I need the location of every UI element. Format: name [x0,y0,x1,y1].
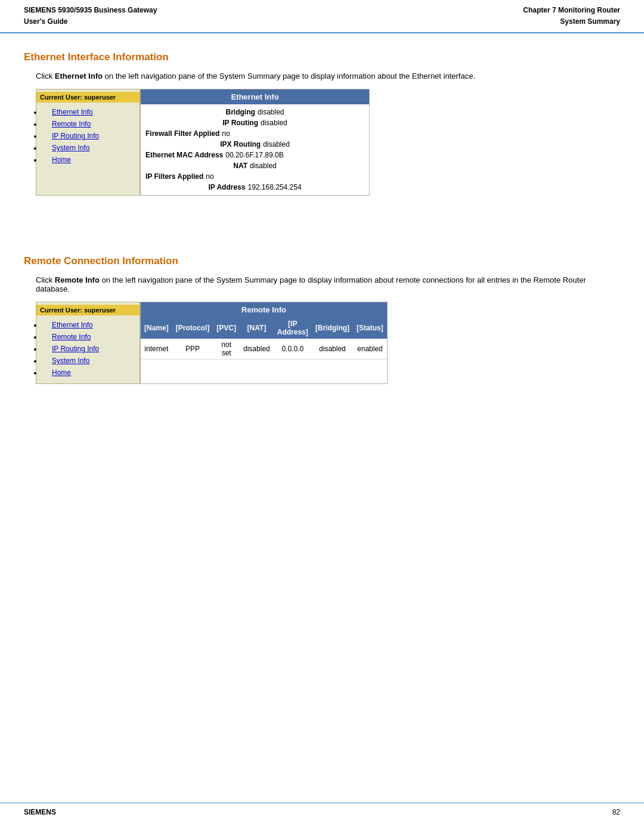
ip-address-value: 192.168.254.254 [247,183,301,191]
ethernet-firewall-row: Firewall Filter Applied no [141,128,369,139]
remote-sidebar: Current User: superuser Ethernet Info Re… [36,302,140,384]
header-left: SIEMENS 5930/5935 Business Gateway User'… [24,5,157,27]
col-name: [Name] [141,317,172,339]
page-footer: SIEMENS 82 [0,803,644,821]
ethernet-mac-row: Ethernet MAC Address 00.20.6F.17.89.0B [141,150,369,160]
col-nat: [NAT] [240,317,274,339]
ip-filters-label: IP Filters Applied [145,172,203,181]
col-protocol: [Protocol] [172,317,213,339]
section-gap [24,219,620,255]
footer-page-number: 82 [612,808,620,816]
home-link[interactable]: Home [52,156,71,164]
row-ip: 0.0.0.0 [274,339,312,360]
remote-table-header-row: [Name] [Protocol] [PVC] [NAT] [IP Addres… [141,317,387,339]
table-row: internet PPP not set disabled 0.0.0.0 di… [141,339,387,360]
nat-value: disabled [250,162,277,170]
header-product: SIEMENS 5930/5935 Business Gateway [24,5,157,16]
remote-section-title: Remote Connection Information [24,255,620,267]
remote-desc-bold: Remote Info [55,275,100,284]
ethernet-ip-routing-row: IP Routing disabled [141,117,369,128]
ip-address-label: IP Address [208,183,245,191]
ethernet-section-title: Ethernet Interface Information [24,51,620,63]
header-chapter: Chapter 7 Monitoring Router [523,5,620,16]
nat-label: NAT [233,162,247,170]
row-protocol: PPP [172,339,213,360]
main-content: Ethernet Interface Information Click Eth… [0,33,644,426]
row-pvc: not set [213,339,240,360]
remote-section-desc: Click Remote Info on the left navigation… [36,275,620,293]
ethernet-desc-bold: Ethernet Info [55,72,103,80]
ethernet-sidebar-header: Current User: superuser [36,92,140,103]
col-status: [Status] [353,317,387,339]
row-status: enabled [353,339,387,360]
remote-desc-before: Click [36,275,55,284]
ethernet-desc-before: Click [36,72,55,80]
header-guide: User's Guide [24,16,157,27]
ethernet-sidebar: Current User: superuser Ethernet Info Re… [36,89,140,196]
remote-sidebar-ethernet[interactable]: Ethernet Info [42,319,140,331]
bridging-label: Bridging [225,108,255,116]
sidebar-item-system[interactable]: System Info [42,142,140,154]
ethernet-ip-address-row: IP Address 192.168.254.254 [141,182,369,193]
ethernet-bridging-row: Bridging disabled [141,107,369,117]
ip-routing-link[interactable]: IP Routing Info [52,132,99,140]
remote-info-panel-title: Remote Info [141,302,387,317]
col-pvc: [PVC] [213,317,240,339]
remote-sidebar-ip-routing[interactable]: IP Routing Info [42,343,140,355]
bridging-value: disabled [258,108,284,116]
remote-sidebar-remote[interactable]: Remote Info [42,331,140,343]
footer-brand: SIEMENS [24,808,56,816]
ipx-value: disabled [263,140,290,148]
remote-info-link[interactable]: Remote Info [52,120,91,128]
remote-sidebar-home[interactable]: Home [42,367,140,379]
header-section: System Summary [523,16,620,27]
row-nat: disabled [240,339,274,360]
ethernet-desc-after: on the left navigation pane of the Syste… [103,72,475,80]
firewall-value: no [222,129,230,138]
remote-ui-panel: Current User: superuser Ethernet Info Re… [36,302,370,384]
ethernet-nat-row: NAT disabled [141,160,369,171]
col-ip-address: [IP Address] [274,317,312,339]
firewall-label: Firewall Filter Applied [145,129,219,138]
remote-section: Remote Connection Information Click Remo… [24,255,620,384]
ethernet-section-desc: Click Ethernet Info on the left navigati… [36,72,620,80]
ethernet-info-link[interactable]: Ethernet Info [52,108,93,116]
header-right: Chapter 7 Monitoring Router System Summa… [523,5,620,27]
sidebar-item-ethernet-info[interactable]: Ethernet Info [42,106,140,118]
remote-sidebar-header: Current User: superuser [36,305,140,315]
ip-routing-label: IP Routing [222,119,258,127]
system-info-link[interactable]: System Info [52,144,89,152]
ethernet-ui-panel: Current User: superuser Ethernet Info Re… [36,89,370,196]
ipx-label: IPX Routing [220,140,261,148]
ip-routing-value: disabled [261,119,287,127]
row-name: internet [141,339,172,360]
remote-table: [Name] [Protocol] [PVC] [NAT] [IP Addres… [141,317,387,360]
remote-desc-after: on the left navigation pane of the Syste… [36,275,586,293]
row-bridging: disabled [312,339,353,360]
sidebar-item-remote-info[interactable]: Remote Info [42,118,140,130]
ethernet-ip-filters-row: IP Filters Applied no [141,171,369,182]
remote-info-panel: Remote Info [Name] [Protocol] [PVC] [NAT… [140,302,388,384]
ethernet-info-panel-title: Ethernet Info [141,89,369,104]
mac-label: Ethernet MAC Address [145,151,223,159]
remote-sidebar-system[interactable]: System Info [42,355,140,367]
mac-value: 00.20.6F.17.89.0B [225,151,283,159]
sidebar-item-ip-routing[interactable]: IP Routing Info [42,130,140,142]
sidebar-item-home[interactable]: Home [42,154,140,166]
col-bridging: [Bridging] [312,317,353,339]
page-header: SIEMENS 5930/5935 Business Gateway User'… [0,0,644,33]
ethernet-section: Ethernet Interface Information Click Eth… [24,51,620,196]
ip-filters-value: no [206,172,213,181]
ethernet-ipx-row: IPX Routing disabled [141,139,369,150]
ethernet-info-panel: Ethernet Info Bridging disabled IP Routi… [140,89,370,196]
